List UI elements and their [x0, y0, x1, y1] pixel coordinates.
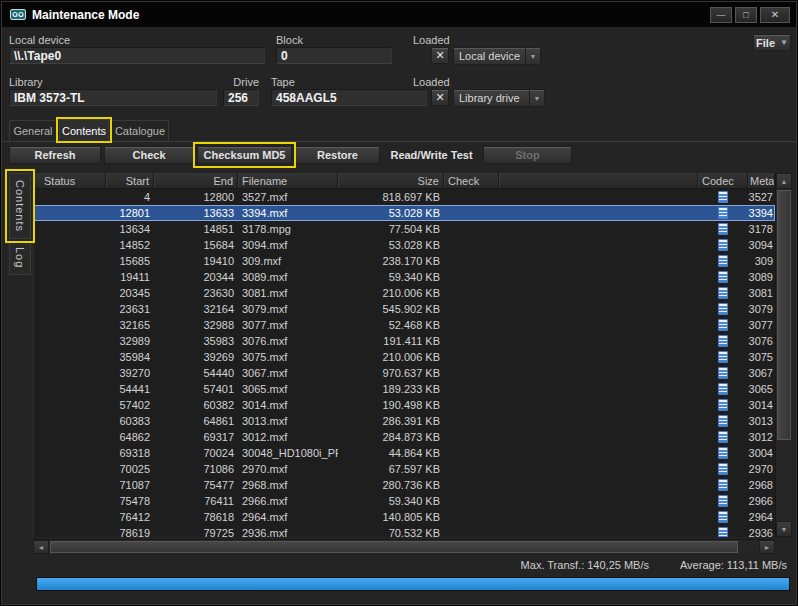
- table-row[interactable]: 70025 71086 2970.mxf 67.597 KB 2970: [34, 461, 775, 477]
- cell-codec: [698, 525, 748, 537]
- titlebar[interactable]: Maintenance Mode — □ ✕: [2, 2, 796, 27]
- drive-field[interactable]: 256: [223, 89, 259, 106]
- restore-button[interactable]: Restore: [295, 146, 380, 164]
- cell-size: 210.006 KB: [338, 285, 444, 301]
- check-button[interactable]: Check: [104, 146, 194, 164]
- cell-filler: [499, 461, 698, 477]
- table-row[interactable]: 14852 15684 3094.mxf 53.028 KB 3094: [34, 237, 775, 253]
- cell-end: 75477: [154, 477, 238, 493]
- table-header[interactable]: Status Start End Filename Size Check Cod…: [34, 173, 775, 189]
- cell-codec: [698, 397, 748, 413]
- cell-status: [34, 429, 106, 445]
- table-row[interactable]: 35984 39269 3075.mxf 210.006 KB 3075: [34, 349, 775, 365]
- tab-catalogue[interactable]: Catalogue: [111, 120, 169, 141]
- cell-start: 35984: [106, 349, 154, 365]
- stop-button[interactable]: Stop: [483, 146, 572, 164]
- scroll-up-icon[interactable]: ▲: [776, 173, 792, 189]
- table-row[interactable]: 12801 13633 3394.mxf 53.028 KB 3394: [34, 205, 775, 221]
- library-drive-select[interactable]: Library drive ▼: [453, 89, 545, 107]
- unload-button-bottom[interactable]: ✕: [431, 89, 449, 106]
- close-button[interactable]: ✕: [760, 7, 790, 23]
- cell-meta: 3089: [748, 269, 775, 285]
- chevron-down-icon: ▼: [780, 38, 788, 47]
- codec-icon: [718, 399, 728, 411]
- table-row[interactable]: 32989 35983 3076.mxf 191.411 KB 3076: [34, 333, 775, 349]
- read-write-test-button[interactable]: Read/Write Test: [382, 146, 481, 164]
- cell-codec: [698, 477, 748, 493]
- side-tab-log[interactable]: Log: [9, 241, 31, 275]
- horizontal-scroll-thumb[interactable]: [50, 541, 738, 553]
- table-row[interactable]: 19411 20344 3089.mxf 59.340 KB 3089: [34, 269, 775, 285]
- device-type-select[interactable]: Local device ▼: [453, 47, 541, 65]
- table-row[interactable]: 32165 32988 3077.mxf 52.468 KB 3077: [34, 317, 775, 333]
- cell-start: 23631: [106, 301, 154, 317]
- cell-status: [34, 461, 106, 477]
- codec-icon: [718, 351, 728, 363]
- scroll-down-icon[interactable]: ▼: [776, 521, 792, 537]
- cell-codec: [698, 365, 748, 381]
- table-row[interactable]: 64862 69317 3012.mxf 284.873 KB 3012: [34, 429, 775, 445]
- col-status[interactable]: Status: [34, 173, 106, 188]
- file-menu-button[interactable]: File ▼: [753, 34, 791, 51]
- scroll-left-icon[interactable]: ◄: [33, 540, 49, 554]
- cell-codec: [698, 237, 748, 253]
- table-row[interactable]: 71087 75477 2968.mxf 280.736 KB 2968: [34, 477, 775, 493]
- cell-check: [444, 365, 499, 381]
- block-field[interactable]: 0: [276, 47, 392, 64]
- codec-icon: [718, 447, 728, 459]
- table-row[interactable]: 23631 32164 3079.mxf 545.902 KB 3079: [34, 301, 775, 317]
- table-row[interactable]: 76412 78618 2964.mxf 140.805 KB 2964: [34, 509, 775, 525]
- col-end[interactable]: End: [154, 173, 238, 188]
- maximize-button[interactable]: □: [735, 7, 757, 23]
- scroll-right-icon[interactable]: ►: [759, 540, 775, 554]
- checksum-md5-button[interactable]: Checksum MD5: [197, 146, 292, 164]
- table-row[interactable]: 39270 54440 3067.mxf 970.637 KB 3067: [34, 365, 775, 381]
- cell-filename: 3178.mpg: [238, 221, 338, 237]
- table-row[interactable]: 54441 57401 3065.mxf 189.233 KB 3065: [34, 381, 775, 397]
- cell-status: [34, 189, 106, 205]
- unload-button-top[interactable]: ✕: [431, 47, 449, 64]
- table-row[interactable]: 15685 19410 309.mxf 238.170 KB 309: [34, 253, 775, 269]
- table-row[interactable]: 78619 79725 2936.mxf 70.532 KB 2936: [34, 525, 775, 537]
- codec-icon: [718, 415, 728, 427]
- library-field[interactable]: IBM 3573-TL: [9, 89, 217, 106]
- cell-filler: [499, 301, 698, 317]
- cell-codec: [698, 445, 748, 461]
- col-meta[interactable]: Metadata: [748, 173, 775, 188]
- minimize-button[interactable]: —: [710, 7, 732, 23]
- table-row[interactable]: 57402 60382 3014.mxf 190.498 KB 3014: [34, 397, 775, 413]
- cell-codec: [698, 221, 748, 237]
- cell-codec: [698, 301, 748, 317]
- cell-status: [34, 509, 106, 525]
- table-row[interactable]: 4 12800 3527.mxf 818.697 KB 3527: [34, 189, 775, 205]
- table-row[interactable]: 13634 14851 3178.mpg 77.504 KB 3178: [34, 221, 775, 237]
- col-codec[interactable]: Codec: [698, 173, 748, 188]
- table-row[interactable]: 60383 64861 3013.mxf 286.391 KB 3013: [34, 413, 775, 429]
- cell-end: 35983: [154, 333, 238, 349]
- col-size[interactable]: Size: [338, 173, 444, 188]
- cell-start: 39270: [106, 365, 154, 381]
- col-check[interactable]: Check: [444, 173, 499, 188]
- cell-end: 13633: [154, 205, 238, 221]
- tab-contents[interactable]: Contents: [59, 119, 109, 142]
- col-start[interactable]: Start: [106, 173, 154, 188]
- codec-icon: [718, 479, 728, 491]
- side-tab-contents[interactable]: Contents: [9, 173, 31, 239]
- table-row[interactable]: 75478 76411 2966.mxf 59.340 KB 2966: [34, 493, 775, 509]
- table-row[interactable]: 20345 23630 3081.mxf 210.006 KB 3081: [34, 285, 775, 301]
- cell-end: 69317: [154, 429, 238, 445]
- cell-check: [444, 525, 499, 537]
- tab-general[interactable]: General: [9, 120, 57, 141]
- cell-meta: 3394: [748, 205, 775, 221]
- table-row[interactable]: 69318 70024 30048_HD1080i_PPS... 44.864 …: [34, 445, 775, 461]
- horizontal-scrollbar[interactable]: ◄ ►: [33, 539, 775, 554]
- refresh-button[interactable]: Refresh: [9, 146, 101, 164]
- library-label: Library: [9, 76, 43, 88]
- tape-field[interactable]: 458AAGL5: [271, 89, 427, 106]
- vertical-scroll-thumb[interactable]: [777, 190, 791, 440]
- cell-check: [444, 461, 499, 477]
- cell-check: [444, 493, 499, 509]
- local-device-field[interactable]: \\.\Tape0: [9, 47, 265, 64]
- col-filename[interactable]: Filename: [238, 173, 338, 188]
- vertical-scrollbar[interactable]: ▲ ▼: [775, 173, 791, 537]
